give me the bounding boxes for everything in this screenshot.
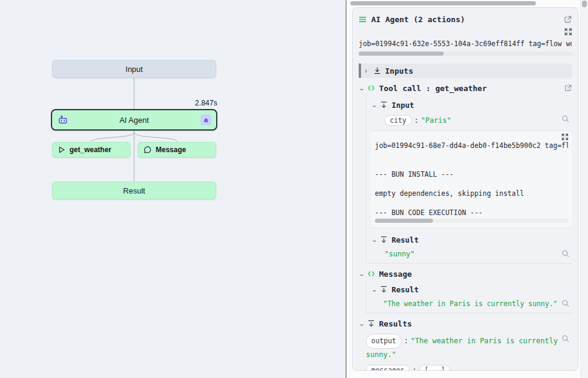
log-line bbox=[375, 160, 568, 170]
node-input[interactable]: Input bbox=[52, 60, 216, 78]
city-arg-row: city:"Paris" bbox=[384, 115, 557, 126]
magnifier-icon[interactable] bbox=[562, 115, 569, 123]
import-icon bbox=[380, 286, 387, 293]
message-body: ⌄ Result "The weather in Paris is curren… bbox=[366, 279, 572, 313]
panel-title: AI Agent (2 actions) bbox=[371, 15, 465, 24]
log-box: job=01994c91-68e7-dd4a-deb0-f14be5b900c2… bbox=[371, 131, 572, 228]
inputs-section-header[interactable]: › Inputs bbox=[359, 63, 572, 78]
import-icon bbox=[380, 236, 387, 243]
chevron-down-icon: ⌄ bbox=[371, 101, 376, 108]
colon-separator: : bbox=[402, 337, 411, 345]
code-icon bbox=[368, 85, 375, 91]
tool-call-body: ⌄ Input city:"Paris" bbox=[366, 93, 572, 264]
magnifier-icon[interactable] bbox=[562, 335, 569, 343]
messages-value-badge: [...] bbox=[419, 365, 451, 371]
import-icon bbox=[368, 320, 375, 327]
log-line bbox=[375, 179, 568, 189]
job-progress-thumb bbox=[359, 52, 444, 56]
results-label: Results bbox=[379, 319, 412, 328]
code-icon bbox=[368, 271, 375, 277]
results-section: ⌄ Results output:"The weather in Paris i… bbox=[359, 318, 572, 371]
log-line bbox=[375, 150, 568, 160]
bun-progress-track bbox=[375, 219, 568, 223]
tool-result-value: "sunny" bbox=[384, 250, 415, 258]
chevron-down-icon: ⌄ bbox=[371, 286, 376, 293]
results-header[interactable]: ⌄ Results bbox=[359, 318, 572, 329]
tool-input-label: Input bbox=[392, 101, 414, 110]
tool-result-header[interactable]: ⌄ Result bbox=[371, 234, 572, 245]
log-line bbox=[375, 198, 568, 208]
tool-call-header[interactable]: ⌄ Tool call : get_weather bbox=[359, 83, 572, 93]
bun-progress-thumb bbox=[375, 219, 433, 223]
chevron-down-icon: ⌄ bbox=[359, 84, 363, 92]
inputs-label: Inputs bbox=[385, 66, 413, 75]
node-result[interactable]: Result bbox=[52, 182, 216, 199]
import-icon bbox=[380, 101, 387, 108]
tool-result-row: "sunny" bbox=[384, 250, 557, 258]
tool-call-section: ⌄ Tool call : get_weather bbox=[359, 83, 572, 264]
card-header: AI Agent (2 actions) bbox=[359, 13, 572, 26]
robot-icon bbox=[58, 115, 68, 125]
speech-bubble-icon bbox=[144, 146, 151, 154]
message-section: ⌄ Message ⌄ bbox=[359, 268, 572, 313]
expand-icon[interactable] bbox=[565, 27, 572, 37]
city-value: "Paris" bbox=[421, 116, 451, 125]
chevron-right-icon: › bbox=[365, 67, 369, 74]
expand-icon[interactable] bbox=[562, 132, 568, 141]
job-text: job=01994c91-632e-5553-104a-3c69eff814ff… bbox=[359, 40, 572, 48]
play-icon bbox=[58, 146, 65, 153]
node-ai-agent-label: AI Agent bbox=[68, 116, 201, 125]
vertical-scrollbar[interactable] bbox=[580, 0, 588, 378]
magnifier-icon[interactable] bbox=[562, 250, 569, 258]
list-icon bbox=[359, 16, 366, 23]
log-line: --- BUN CODE EXECUTION --- bbox=[375, 208, 568, 217]
node-ai-agent[interactable]: AI Agent a bbox=[51, 109, 217, 131]
node-input-label: Input bbox=[126, 65, 143, 74]
vertical-scrollbar-thumb[interactable] bbox=[582, 1, 587, 7]
output-row: output:"The weather in Paris is currentl… bbox=[366, 334, 560, 361]
tool-input-header[interactable]: ⌄ Input bbox=[371, 99, 572, 110]
node-get-weather[interactable]: get_weather bbox=[52, 142, 131, 158]
external-link-icon[interactable] bbox=[565, 84, 572, 92]
tool-call-title: Tool call : get_weather bbox=[379, 84, 487, 93]
external-link-icon[interactable] bbox=[564, 16, 572, 23]
agent-details-card: AI Agent (2 actions) job=01994c91-632e-5… bbox=[352, 7, 578, 371]
log-line: empty dependencies, skipping install bbox=[375, 189, 568, 198]
agent-badge: a bbox=[201, 114, 211, 125]
horizontal-scrollbar-thumb[interactable] bbox=[350, 1, 536, 5]
node-get-weather-label: get_weather bbox=[69, 146, 111, 154]
output-key-badge: output bbox=[366, 334, 402, 349]
message-header[interactable]: ⌄ Message bbox=[359, 268, 572, 279]
node-result-label: Result bbox=[123, 186, 146, 195]
chevron-down-icon: ⌄ bbox=[359, 320, 363, 327]
message-result-label: Result bbox=[392, 285, 419, 294]
magnifier-icon[interactable] bbox=[562, 300, 569, 307]
flow-canvas[interactable]: Input 2.847s AI Agent a get_weather bbox=[0, 0, 346, 378]
job-progress-track bbox=[359, 52, 572, 56]
duration-label: 2.847s bbox=[51, 99, 217, 107]
message-result-header[interactable]: ⌄ Result bbox=[371, 284, 572, 295]
results-body: output:"The weather in Paris is currentl… bbox=[366, 334, 572, 371]
message-result-row: "The weather in Paris is currently sunny… bbox=[383, 300, 557, 308]
colon-separator: : bbox=[410, 366, 419, 371]
download-icon bbox=[374, 67, 381, 74]
city-key-badge: city bbox=[384, 115, 412, 126]
node-message[interactable]: Message bbox=[138, 142, 216, 158]
messages-row: messages:[...] bbox=[366, 365, 560, 371]
log-line: --- BUN INSTALL --- bbox=[375, 170, 568, 179]
colon-separator: : bbox=[412, 116, 421, 125]
chevron-down-icon: ⌄ bbox=[371, 236, 376, 243]
node-message-label: Message bbox=[156, 146, 186, 154]
tool-result-label: Result bbox=[392, 235, 419, 244]
app-window: Input 2.847s AI Agent a get_weather bbox=[0, 0, 588, 378]
message-title: Message bbox=[379, 270, 412, 279]
messages-key-badge: messages bbox=[366, 365, 410, 371]
log-line: job=01994c91-68e7-dd4a-deb0-f14be5b900c2… bbox=[375, 141, 568, 150]
chevron-down-icon: ⌄ bbox=[359, 270, 363, 277]
message-result-value: "The weather in Paris is currently sunny… bbox=[383, 300, 557, 308]
details-panel: AI Agent (2 actions) job=01994c91-632e-5… bbox=[347, 0, 588, 378]
